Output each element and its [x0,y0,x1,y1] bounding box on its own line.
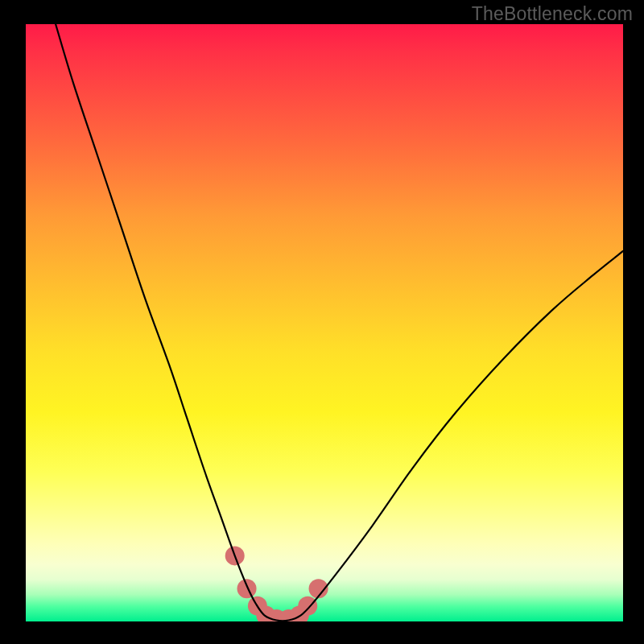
curve-marker [237,579,257,598]
watermark-text: TheBottleneck.com [472,3,633,25]
curve-layer [26,24,623,621]
plot-area [26,24,623,621]
bottleneck-curve [56,24,623,621]
curve-marker [298,597,317,616]
marker-group [225,546,328,621]
chart-frame: TheBottleneck.com [0,0,644,644]
